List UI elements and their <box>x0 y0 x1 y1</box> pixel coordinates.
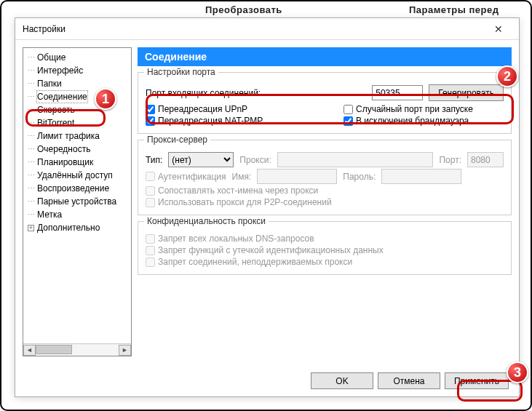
scroll-left-icon[interactable]: ◄ <box>23 345 36 356</box>
proxy-p2p-checkbox: Использовать прокси для P2P-соединений <box>146 197 332 207</box>
tree-scrollbar[interactable]: ◄ ► <box>23 343 131 356</box>
proxy-host-label: Прокси: <box>239 155 271 165</box>
incoming-port-input[interactable] <box>372 85 423 100</box>
tree-item-4[interactable]: Скорость <box>23 103 131 116</box>
annotation-badge-2: 2 <box>496 65 518 87</box>
titlebar: Настройки ✕ <box>15 18 519 40</box>
proxy-host-input <box>277 152 434 167</box>
proxy-auth-checkbox: Аутентификация <box>146 172 226 182</box>
scroll-right-icon[interactable]: ► <box>119 345 131 356</box>
background-tool-label-2: Параметры перед <box>409 4 499 15</box>
proxy-type-select[interactable]: (нет) <box>168 152 234 167</box>
tree-item-0[interactable]: Общие <box>23 51 131 64</box>
proxy-port-label: Порт: <box>439 155 461 165</box>
apply-button[interactable]: Применить <box>445 372 509 389</box>
proxy-user-input <box>257 169 337 184</box>
ok-button[interactable]: OK <box>311 372 373 389</box>
tree-item-5[interactable]: BitTorrent <box>23 116 131 129</box>
group-title-port: Настройки порта <box>144 67 218 77</box>
tree-item-10[interactable]: Воспроизведение <box>23 182 131 195</box>
group-title-privacy: Конфиденциальность прокси <box>144 216 269 226</box>
proxy-hostnames-checkbox: Сопоставлять хост-имена через прокси <box>146 185 318 196</box>
proxy-group: Прокси-сервер Тип: (нет) Прокси: Порт: А… <box>138 140 512 215</box>
section-header: Соединение <box>138 47 512 66</box>
firewall-checkbox[interactable]: В исключения брандмауэра <box>344 116 504 126</box>
random-start-checkbox[interactable]: Случайный порт при запуске <box>344 104 504 114</box>
tree-item-9[interactable]: Удалённый доступ <box>23 169 131 182</box>
expand-icon[interactable]: + <box>28 225 34 231</box>
no-local-dns-checkbox: Запрет всех локальных DNS-запросов <box>146 234 314 244</box>
proxy-pass-input <box>381 169 461 184</box>
group-title-proxy: Прокси-сервер <box>144 135 210 145</box>
upnp-checkbox[interactable]: Переадресация UPnP <box>146 104 247 114</box>
annotation-badge-3: 3 <box>507 362 528 383</box>
no-leak-checkbox: Запрет функций с утечкой идентификационн… <box>146 245 384 255</box>
proxy-user-label: Имя: <box>232 172 252 182</box>
settings-dialog: Настройки ✕ ОбщиеИнтерфейсПапкиСоединени… <box>15 17 520 397</box>
tree-item-6[interactable]: Лимит трафика <box>23 129 131 143</box>
background-tool-label: Преобразовать <box>205 4 282 15</box>
tree-item-13[interactable]: +Дополнительно <box>23 221 131 234</box>
close-icon[interactable]: ✕ <box>484 21 513 37</box>
tree-item-8[interactable]: Планировщик <box>23 156 131 169</box>
dialog-buttons: OK Отмена Применить <box>311 372 509 389</box>
tree-item-11[interactable]: Парные устройства <box>23 195 131 208</box>
scroll-thumb[interactable] <box>36 345 72 354</box>
proxy-port-input <box>467 152 504 167</box>
proxy-pass-label: Пароль: <box>343 172 376 182</box>
tree-item-7[interactable]: Очередность <box>23 143 131 156</box>
tree-item-1[interactable]: Интерфейс <box>23 64 131 77</box>
annotation-badge-1: 1 <box>95 88 116 110</box>
natpmp-checkbox[interactable]: Переадресация NAT-PMP <box>146 116 263 126</box>
incoming-port-label: Порт входящих соединений: <box>146 88 261 98</box>
no-unsupported-checkbox: Запрет соединений, неподдерживаемых прок… <box>146 257 352 267</box>
port-settings-group: Настройки порта Порт входящих соединений… <box>138 72 512 134</box>
tree-item-12[interactable]: Метка <box>23 208 131 221</box>
proxy-type-label: Тип: <box>146 155 162 165</box>
randomize-port-button[interactable]: Генерировать <box>429 84 504 101</box>
cancel-button[interactable]: Отмена <box>378 372 440 389</box>
tree-item-2[interactable]: Папки <box>23 77 131 90</box>
proxy-privacy-group: Конфиденциальность прокси Запрет всех ло… <box>138 221 512 275</box>
dialog-title: Настройки <box>23 24 65 34</box>
